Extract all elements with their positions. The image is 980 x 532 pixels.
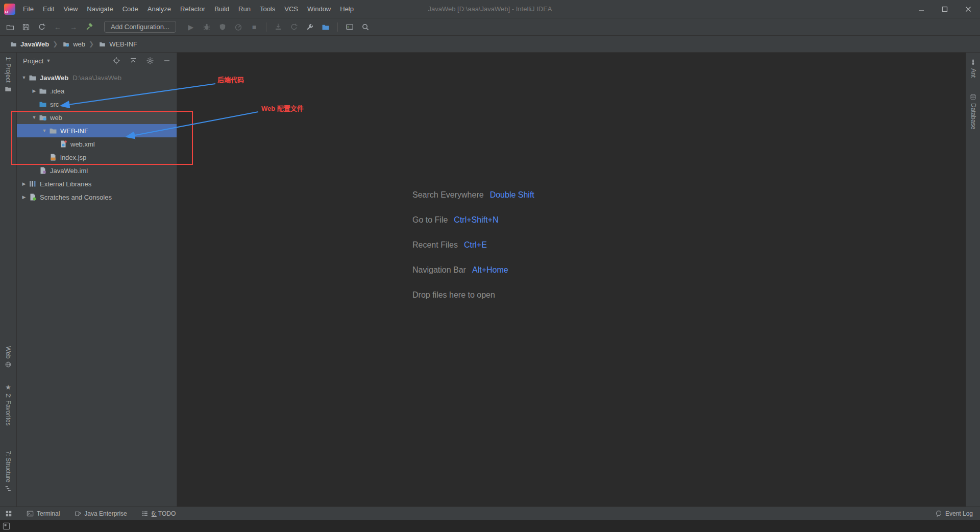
breadcrumb-web-inf[interactable]: WEB-INF xyxy=(96,40,139,48)
chevron-expanded-icon[interactable]: ▼ xyxy=(30,115,38,120)
event-log-button[interactable]: Event Log xyxy=(935,510,973,517)
tool-button-structure[interactable]: 7: Structure xyxy=(0,451,16,492)
menu-code[interactable]: Code xyxy=(118,0,143,18)
structure-icon xyxy=(5,485,12,492)
build-hammer-icon[interactable] xyxy=(83,21,95,33)
tool-button-web[interactable]: Web xyxy=(0,346,16,368)
save-all-icon[interactable] xyxy=(20,21,32,33)
terminal-monitor-icon[interactable] xyxy=(344,21,356,33)
run-with-coverage-icon[interactable] xyxy=(216,21,229,33)
hint-navigation-bar: Navigation Bar Alt+Home xyxy=(412,257,534,282)
hint-recent-files: Recent Files Ctrl+E xyxy=(412,232,534,257)
project-panel-header: Project ▼ xyxy=(17,53,177,69)
menu-navigate[interactable]: Navigate xyxy=(82,0,117,18)
title-bar: IJ FileEditViewNavigateCodeAnalyzeRefact… xyxy=(0,0,980,18)
run-configuration-select[interactable]: Add Configuration... xyxy=(104,21,176,33)
tree-item-src[interactable]: src xyxy=(17,98,177,111)
breadcrumb-project[interactable]: JavaWeb xyxy=(7,40,51,48)
chevron-right-icon: ❯ xyxy=(51,40,60,47)
settings-wrench-icon[interactable] xyxy=(304,21,316,33)
synchronize-icon[interactable] xyxy=(36,21,48,33)
terminal-button[interactable]: Terminal xyxy=(27,510,60,517)
hint-search-everywhere: Search Everywhere Double Shift xyxy=(412,182,534,207)
xml-file-icon xyxy=(59,140,68,148)
forward-icon[interactable]: → xyxy=(67,21,80,33)
tree-item-javaweb-iml[interactable]: JavaWeb.iml xyxy=(17,164,177,177)
tree-item-external-libraries[interactable]: ▶ External Libraries xyxy=(17,177,177,190)
chevron-expanded-icon[interactable]: ▼ xyxy=(40,128,48,133)
todo-button[interactable]: 6: TODO xyxy=(141,510,176,517)
window-grid-icon xyxy=(3,522,10,530)
chevron-collapsed-icon[interactable]: ▶ xyxy=(20,195,28,200)
update-application-icon[interactable] xyxy=(272,21,284,33)
project-folder-icon xyxy=(28,74,37,82)
open-project-icon[interactable] xyxy=(4,21,16,33)
menu-help[interactable]: Help xyxy=(335,0,358,18)
project-tool-window: Project ▼ ▼ JavaWeb D:\aaa\JavaWeb ▶ xyxy=(17,53,177,506)
project-structure-icon[interactable] xyxy=(320,21,332,33)
settings-gear-icon[interactable] xyxy=(145,56,155,65)
event-log-icon xyxy=(935,510,942,517)
menu-build[interactable]: Build xyxy=(210,0,234,18)
menu-window[interactable]: Window xyxy=(303,0,335,18)
menu-tools[interactable]: Tools xyxy=(255,0,280,18)
minimize-button[interactable] xyxy=(910,0,933,18)
search-everywhere-icon[interactable] xyxy=(359,21,372,33)
menu-refactor[interactable]: Refactor xyxy=(176,0,210,18)
close-button[interactable] xyxy=(957,0,980,18)
back-icon[interactable]: ← xyxy=(52,21,64,33)
collapse-all-icon[interactable] xyxy=(129,56,138,65)
keymap-hints: Search Everywhere Double Shift Go to Fil… xyxy=(412,182,534,307)
stop-icon[interactable]: ■ xyxy=(248,21,260,33)
tool-button-favorites[interactable]: ★ 2: Favorites xyxy=(0,383,16,426)
tree-item-web-xml[interactable]: web.xml xyxy=(17,137,177,151)
tree-item-web-inf[interactable]: ▼ WEB-INF xyxy=(17,124,177,137)
breadcrumb-web[interactable]: web xyxy=(60,40,87,48)
debug-icon[interactable] xyxy=(201,21,213,33)
hide-panel-icon[interactable] xyxy=(162,56,172,65)
tool-button-database[interactable]: Database xyxy=(966,93,980,129)
menu-edit[interactable]: Edit xyxy=(38,0,59,18)
navigation-bar: JavaWeb ❯ web ❯ WEB-INF xyxy=(0,36,980,53)
tree-item-index-jsp[interactable]: index.jsp xyxy=(17,151,177,164)
folder-icon xyxy=(38,87,47,95)
editor-empty-area: Search Everywhere Double Shift Go to Fil… xyxy=(177,53,966,506)
menu-file[interactable]: File xyxy=(18,0,38,18)
jsp-file-icon xyxy=(48,153,58,161)
tree-item-web[interactable]: ▼ web xyxy=(17,111,177,124)
database-icon xyxy=(970,93,976,101)
hint-go-to-file: Go to File Ctrl+Shift+N xyxy=(412,207,534,232)
iml-file-icon xyxy=(38,166,47,175)
chevron-down-icon[interactable]: ▼ xyxy=(46,58,51,63)
java-enterprise-button[interactable]: Java Enterprise xyxy=(74,510,127,517)
tree-item-scratches[interactable]: ▶ Scratches and Consoles xyxy=(17,190,177,204)
maximize-button[interactable] xyxy=(933,0,957,18)
tool-button-ant[interactable]: Ant xyxy=(966,59,980,78)
source-folder-icon xyxy=(38,100,47,108)
chevron-collapsed-icon[interactable]: ▶ xyxy=(20,181,28,186)
project-tool-icon xyxy=(5,85,12,92)
menu-analyze[interactable]: Analyze xyxy=(143,0,176,18)
window-controls xyxy=(910,0,980,18)
tree-item-javaweb-root[interactable]: ▼ JavaWeb D:\aaa\JavaWeb xyxy=(17,71,177,84)
main-area: 1: Project Web ★ 2: Favorites 7: Structu… xyxy=(0,53,980,506)
tool-window-switcher-icon[interactable] xyxy=(5,510,12,517)
web-folder-icon xyxy=(61,41,70,47)
profiler-icon[interactable] xyxy=(232,21,244,33)
libraries-icon xyxy=(28,180,37,188)
status-bar: Terminal Java Enterprise 6: TODO Event L… xyxy=(0,506,980,520)
menu-run[interactable]: Run xyxy=(234,0,255,18)
globe-icon xyxy=(5,361,12,368)
tool-button-project[interactable]: 1: Project xyxy=(0,57,16,92)
folder-icon xyxy=(97,41,107,47)
project-panel-title[interactable]: Project xyxy=(23,57,43,65)
chevron-collapsed-icon[interactable]: ▶ xyxy=(30,88,38,93)
locate-file-icon[interactable] xyxy=(112,56,121,65)
tree-item-idea[interactable]: ▶ .idea xyxy=(17,84,177,98)
menu-view[interactable]: View xyxy=(59,0,82,18)
star-icon: ★ xyxy=(5,383,11,391)
run-icon[interactable]: ▶ xyxy=(185,21,197,33)
chevron-expanded-icon[interactable]: ▼ xyxy=(20,75,28,80)
menu-vcs[interactable]: VCS xyxy=(280,0,303,18)
update-resources-icon[interactable] xyxy=(288,21,300,33)
